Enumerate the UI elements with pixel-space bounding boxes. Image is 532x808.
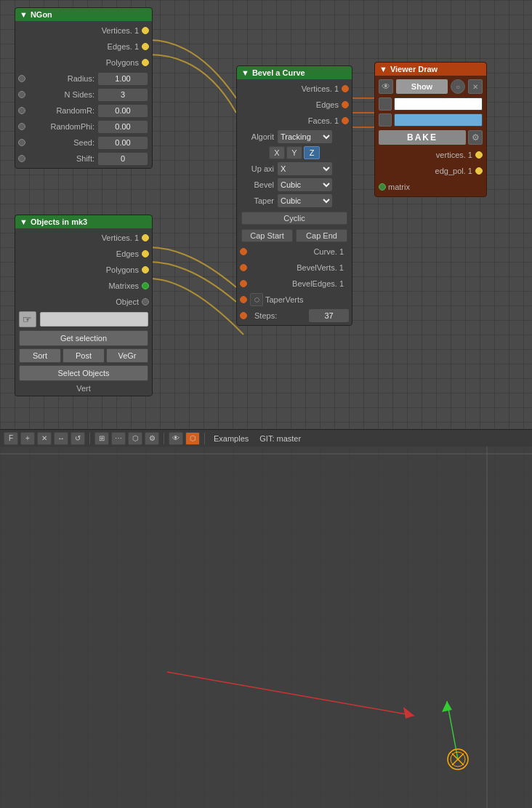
y-axis-button[interactable]: Y [286, 146, 302, 159]
bevel-bevel-label: Bevel [241, 180, 278, 189]
bevel-taper-select[interactable]: Cubic Linear [278, 194, 332, 207]
bevel-algorit-row: Algorit Tracking Frenet [237, 129, 352, 145]
bevel-algorit-select[interactable]: Tracking Frenet [278, 130, 332, 143]
objects-title-bar: ▼ Objects in mk3 [15, 215, 152, 228]
viewer-colorbar1[interactable] [394, 97, 483, 111]
viewer-edgpol-label: edg_pol. 1 [379, 167, 475, 175]
obj-input-row: ☞ [15, 310, 152, 329]
show-button[interactable]: Show [396, 79, 448, 94]
bake-button[interactable]: BAKE [379, 130, 466, 145]
viewer-swatch2-icon [379, 113, 392, 127]
obj-object-row: Object [15, 294, 152, 310]
toolbar-view-button[interactable]: 👁 [169, 432, 183, 445]
viewer-matrix-label: matrix [388, 183, 483, 191]
toolbar-node-button[interactable]: ⬡ [128, 432, 142, 445]
bevel-steps-row: Steps: [237, 308, 352, 324]
ngon-polygons-socket [142, 59, 149, 66]
bevel-taperverts-in-label: TaperVerts [265, 295, 347, 304]
toolbar-plus-button[interactable]: + [20, 432, 35, 445]
sort-button[interactable]: Sort [19, 348, 61, 363]
ngon-nsides-input[interactable] [98, 89, 148, 101]
ngon-seed-row: Seed: [15, 135, 152, 151]
viewer-show-row: 👁 Show ○ ✕ [375, 77, 486, 96]
ngon-randomphi-input[interactable] [98, 121, 148, 133]
toolbar-orange-button[interactable]: ⬡ [185, 432, 200, 445]
gear-icon[interactable]: ⚙ [468, 130, 483, 145]
obj-polygons-row: Polygons [15, 262, 152, 278]
viewer-edgpol-row: edg_pol. 1 [375, 163, 486, 179]
bevel-beveledges-in: BevelEdges. 1 [237, 276, 352, 292]
cap-end-button[interactable]: Cap End [296, 229, 347, 242]
objects-collapse-arrow[interactable]: ▼ [20, 217, 28, 226]
ngon-node: ▼ NGon Vertices. 1 Edges. 1 Polygons Rad… [15, 7, 153, 169]
bevel-cyclic-container: Cyclic [237, 209, 352, 228]
svg-marker-5 [442, 701, 452, 712]
bevel-faces-out-label: Faces. 1 [241, 116, 342, 125]
viewer-collapse-arrow[interactable]: ▼ [379, 65, 387, 73]
bevel-steps-input[interactable] [309, 309, 349, 322]
obj-object-socket [142, 298, 149, 305]
ngon-shift-label: Shift: [28, 154, 98, 163]
toolbar-arrow-button[interactable]: ↔ [54, 432, 68, 445]
select-objects-button[interactable]: Select Objects [19, 365, 148, 381]
vert-label: Vert [15, 383, 152, 394]
bevel-vertices-out-label: Vertices. 1 [241, 84, 342, 93]
examples-label: Examples [214, 434, 249, 443]
ngon-edges-socket [142, 43, 149, 50]
ngon-radius-input[interactable] [98, 73, 148, 85]
obj-vertices-socket [142, 234, 149, 241]
cyclic-button[interactable]: Cyclic [241, 212, 347, 225]
viewer-color-row1 [375, 96, 486, 112]
obj-polygons-socket [142, 266, 149, 273]
bevel-bevelverts-in-socket [240, 264, 247, 271]
obj-polygons-label: Polygons [20, 265, 142, 274]
toolbar-sep1 [89, 433, 90, 444]
viewer-vertices-row: vertices. 1 [375, 147, 486, 163]
viewer-content: 👁 Show ○ ✕ BAKE ⚙ vertices. 1 [375, 76, 486, 196]
viewer-x-icon[interactable]: ✕ [468, 79, 483, 94]
bevel-beveledges-in-socket [240, 280, 247, 287]
toolbar-refresh-button[interactable]: ↺ [70, 432, 85, 445]
ngon-randomr-row: RandomR: [15, 103, 152, 119]
ngon-radius-label: Radius: [28, 74, 98, 83]
bottom-toolbar: F + ✕ ↔ ↺ ⊞ ⋯ ⬡ ⚙ 👁 ⬡ Examples GIT: mast… [0, 429, 532, 447]
get-selection-button[interactable]: Get selection [19, 330, 148, 346]
viewer-color-row2 [375, 112, 486, 128]
ngon-randomr-input[interactable] [98, 105, 148, 117]
post-button[interactable]: Post [63, 348, 105, 363]
viewer-circle-icon: ○ [451, 79, 465, 94]
bevel-taper-row: Taper Cubic Linear [237, 193, 352, 209]
bevel-curve-in: Curve. 1 [237, 244, 352, 260]
bevel-caps-row: Cap Start Cap End [237, 228, 352, 244]
toolbar-sep2 [164, 433, 164, 444]
obj-cursor-icon: ☞ [19, 311, 36, 327]
bevel-upaxi-select[interactable]: X Y Z [278, 162, 332, 175]
toolbar-f-button[interactable]: F [4, 432, 18, 445]
toolbar-x-button[interactable]: ✕ [37, 432, 52, 445]
x-axis-button[interactable]: X [269, 146, 285, 159]
bevel-bevel-select[interactable]: Cubic Linear [278, 178, 332, 191]
ngon-collapse-arrow[interactable]: ▼ [20, 10, 28, 19]
ngon-seed-input[interactable] [98, 137, 148, 149]
cap-start-button[interactable]: Cap Start [241, 229, 293, 242]
toolbar-settings-button[interactable]: ⚙ [145, 432, 159, 445]
bevel-collapse-arrow[interactable]: ▼ [241, 68, 249, 77]
bevel-taperverts-in: ⬡ TaperVerts [237, 292, 352, 308]
toolbar-grid-button[interactable]: ⊞ [94, 432, 109, 445]
svg-line-2 [167, 672, 414, 716]
ngon-seed-label: Seed: [28, 138, 98, 147]
obj-text-input[interactable] [40, 312, 148, 327]
3d-shape-container [0, 447, 532, 808]
ngon-vertices-label: Vertices. 1 [20, 26, 142, 35]
bevel-edges-out-socket [342, 101, 349, 108]
toolbar-sep3 [204, 433, 205, 444]
svg-marker-3 [403, 707, 414, 719]
toolbar-dots-button[interactable]: ⋯ [111, 432, 126, 445]
viewer-colorbar2[interactable] [394, 113, 483, 127]
vegr-button[interactable]: VeGr [106, 348, 148, 363]
ngon-shift-input[interactable] [98, 153, 148, 165]
z-axis-button[interactable]: Z [304, 146, 320, 159]
node-editor: ▼ NGon Vertices. 1 Edges. 1 Polygons Rad… [0, 0, 532, 429]
bevel-edges-out: Edges [237, 97, 352, 113]
3d-viewport [0, 447, 532, 808]
